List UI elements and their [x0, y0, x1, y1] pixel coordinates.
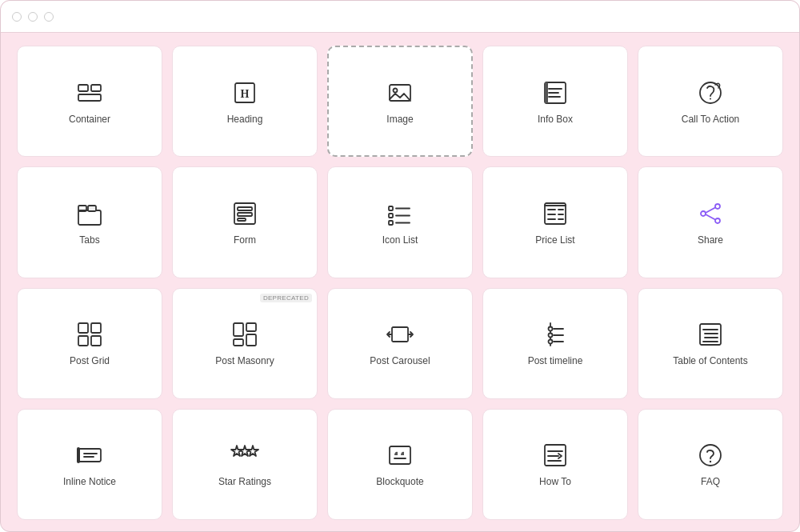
window-dot-2[interactable] — [28, 12, 38, 22]
card-share[interactable]: Share — [638, 166, 783, 278]
svg-point-13 — [710, 98, 711, 99]
svg-rect-2 — [78, 94, 101, 101]
svg-rect-44 — [234, 323, 243, 336]
tabs-label: Tabs — [79, 234, 99, 246]
svg-rect-43 — [91, 336, 101, 346]
table-of-contents-label: Table of Contents — [673, 355, 747, 366]
post-grid-icon — [75, 320, 104, 349]
svg-rect-25 — [389, 221, 393, 225]
window-dot-3[interactable] — [44, 12, 54, 22]
svg-point-12 — [700, 82, 721, 103]
post-timeline-label: Post timeline — [528, 355, 583, 366]
container-label: Container — [69, 114, 110, 125]
faq-icon — [696, 441, 725, 470]
card-image[interactable]: Image — [327, 46, 473, 157]
card-form[interactable]: Form — [172, 166, 318, 278]
svg-marker-69 — [247, 446, 258, 456]
post-carousel-icon — [386, 320, 414, 349]
card-inline-notice[interactable]: Inline Notice — [17, 409, 162, 520]
svg-point-36 — [715, 204, 720, 209]
svg-rect-0 — [78, 85, 88, 91]
svg-rect-42 — [78, 336, 88, 346]
card-post-masonry[interactable]: DEPRECATED Post Masonry — [172, 288, 318, 399]
post-masonry-label: Post Masonry — [215, 355, 274, 366]
icon-list-icon — [386, 199, 414, 228]
heading-icon: H — [230, 78, 259, 107]
svg-rect-18 — [238, 207, 252, 210]
image-icon — [386, 78, 414, 107]
card-star-ratings[interactable]: Star Ratings — [172, 409, 318, 520]
svg-rect-21 — [389, 206, 393, 210]
svg-point-54 — [549, 340, 553, 344]
blockquote-label: Blockquote — [376, 476, 423, 487]
svg-point-52 — [549, 327, 553, 331]
svg-rect-19 — [238, 213, 252, 216]
faq-label: FAQ — [701, 476, 720, 487]
svg-rect-72 — [545, 445, 566, 466]
inline-notice-label: Inline Notice — [63, 476, 116, 487]
deprecated-badge: DEPRECATED — [260, 294, 312, 302]
svg-rect-63 — [78, 449, 101, 462]
svg-rect-16 — [88, 206, 96, 211]
how-to-icon — [541, 441, 570, 470]
card-price-list[interactable]: Price List — [482, 166, 628, 278]
star-ratings-icon — [230, 441, 259, 470]
post-timeline-icon — [541, 320, 570, 349]
share-label: Share — [698, 234, 723, 246]
call-to-action-icon — [696, 78, 725, 107]
svg-rect-45 — [246, 323, 256, 331]
svg-point-37 — [715, 218, 720, 223]
svg-rect-41 — [91, 323, 101, 333]
form-label: Form — [234, 234, 256, 246]
inline-notice-icon — [75, 441, 104, 470]
tabs-icon — [75, 199, 104, 228]
table-of-contents-icon — [696, 320, 725, 349]
how-to-label: How To — [539, 476, 571, 487]
svg-rect-23 — [389, 214, 393, 218]
post-masonry-icon — [230, 320, 259, 349]
share-icon — [696, 199, 725, 228]
post-grid-label: Post Grid — [70, 355, 110, 366]
svg-rect-11 — [545, 82, 548, 103]
card-post-timeline[interactable]: Post timeline — [482, 288, 628, 399]
card-icon-list[interactable]: Icon List — [327, 166, 473, 278]
svg-point-53 — [549, 334, 553, 338]
card-table-of-contents[interactable]: Table of Contents — [638, 288, 783, 399]
window-dot-1[interactable] — [12, 12, 22, 22]
card-call-to-action[interactable]: Call To Action — [638, 46, 783, 157]
svg-rect-20 — [238, 218, 246, 221]
card-post-grid[interactable]: Post Grid — [17, 288, 162, 399]
info-box-label: Info Box — [538, 114, 573, 125]
container-icon — [75, 78, 104, 107]
svg-rect-1 — [91, 85, 101, 91]
icon-list-label: Icon List — [382, 234, 418, 246]
svg-rect-5 — [390, 85, 410, 101]
info-box-icon — [541, 78, 570, 107]
card-post-carousel[interactable]: Post Carousel — [327, 288, 473, 399]
card-blockquote[interactable]: Blockquote — [327, 409, 473, 520]
svg-line-38 — [706, 207, 715, 213]
image-label: Image — [386, 114, 413, 125]
card-how-to[interactable]: How To — [482, 409, 628, 520]
svg-text:H: H — [241, 88, 250, 100]
form-icon — [230, 199, 259, 228]
svg-rect-70 — [390, 446, 410, 464]
price-list-icon — [541, 199, 570, 228]
card-tabs[interactable]: Tabs — [17, 166, 162, 278]
svg-rect-48 — [392, 327, 408, 342]
call-to-action-label: Call To Action — [682, 114, 740, 125]
card-container[interactable]: Container — [17, 46, 162, 157]
window: Container H Heading Image Info Box Call … — [0, 0, 800, 532]
svg-point-77 — [710, 461, 711, 462]
card-faq[interactable]: FAQ — [638, 409, 783, 520]
widget-grid: Container H Heading Image Info Box Call … — [1, 33, 799, 532]
post-carousel-label: Post Carousel — [370, 355, 430, 366]
card-heading[interactable]: H Heading — [172, 46, 318, 157]
blockquote-icon — [386, 441, 414, 470]
heading-label: Heading — [227, 114, 263, 125]
svg-point-6 — [394, 88, 398, 92]
card-info-box[interactable]: Info Box — [482, 46, 628, 157]
svg-rect-47 — [246, 334, 256, 346]
svg-rect-14 — [78, 210, 101, 225]
title-bar — [1, 1, 799, 33]
